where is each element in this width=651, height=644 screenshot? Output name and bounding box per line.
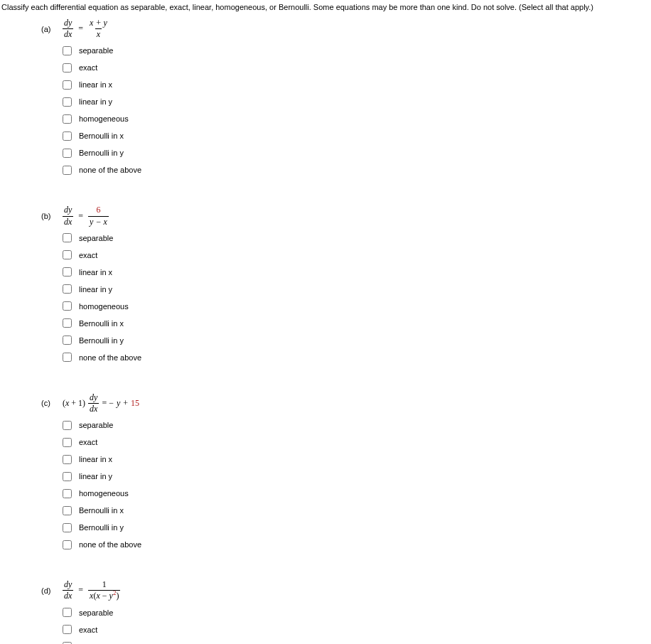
numerator: 1 [101,580,108,590]
option-exact[interactable]: exact [63,247,651,264]
checkbox-exact[interactable] [63,438,72,447]
option-separable[interactable]: separable [63,42,651,59]
checkbox-linear-x[interactable] [63,267,72,277]
option-label: separable [79,46,113,55]
constant: 15 [131,398,139,409]
problem-a-options: separable exact linear in x linear in y … [63,42,651,178]
checkbox-separable[interactable] [63,608,72,617]
numerator: dy [63,18,73,28]
checkbox-homogeneous[interactable] [63,489,72,498]
checkbox-bernoulli-x[interactable] [63,132,72,141]
checkbox-bernoulli-y[interactable] [63,336,72,345]
option-label: Bernoulli in y [79,149,124,157]
numerator: 6 [95,205,102,215]
option-separable[interactable]: separable [63,604,651,621]
problem-b-equation: dy dx = 6 y − x [63,204,109,227]
option-bernoulli-x[interactable]: Bernoulli in x [63,315,651,332]
denominator: y − x [88,216,109,227]
problem-a-label: (a) [41,25,63,33]
option-label: none of the above [79,540,141,549]
option-homogeneous[interactable]: homogeneous [63,110,651,127]
option-homogeneous[interactable]: homogeneous [63,298,651,315]
problems-container: (a) dy dx = x + y x separable exact line… [0,17,651,644]
problem-b: (b) dy dx = 6 y − x separable exact line… [41,204,651,365]
option-label: separable [79,608,113,617]
checkbox-none[interactable] [63,540,72,549]
checkbox-homogeneous[interactable] [63,301,72,311]
checkbox-none[interactable] [63,166,72,175]
fraction-dy-dx: dy dx [63,580,73,601]
option-label: none of the above [79,353,141,362]
option-bernoulli-x[interactable]: Bernoulli in x [63,127,651,144]
numerator: dy [63,205,73,215]
denominator: x [95,28,102,39]
checkbox-exact[interactable] [63,625,72,634]
option-label: Bernoulli in x [79,319,124,328]
option-separable[interactable]: separable [63,417,651,434]
option-bernoulli-y[interactable]: Bernoulli in y [63,332,651,349]
checkbox-bernoulli-y[interactable] [63,523,72,532]
equals-sign: = [76,211,85,222]
option-none[interactable]: none of the above [63,536,651,553]
checkbox-bernoulli-x[interactable] [63,506,72,515]
option-linear-x[interactable]: linear in x [63,76,651,93]
checkbox-linear-y[interactable] [63,284,72,294]
checkbox-none[interactable] [63,353,72,362]
option-linear-x[interactable]: linear in x [63,264,651,281]
numerator: x + y [88,18,109,28]
checkbox-linear-x[interactable] [63,455,72,464]
option-exact[interactable]: exact [63,621,651,638]
option-label: linear in y [79,472,112,481]
option-linear-y[interactable]: linear in y [63,281,651,298]
option-label: linear in x [79,80,112,89]
option-homogeneous[interactable]: homogeneous [63,485,651,502]
option-linear-x[interactable]: linear in x [63,451,651,468]
option-label: homogeneous [79,302,129,311]
problem-c-label: (c) [41,399,63,407]
option-none[interactable]: none of the above [63,349,651,366]
option-none[interactable]: none of the above [63,161,651,178]
denominator: dx [63,216,73,227]
option-label: Bernoulli in x [79,506,124,515]
option-bernoulli-x[interactable]: Bernoulli in x [63,502,651,519]
checkbox-homogeneous[interactable] [63,114,72,124]
problem-a: (a) dy dx = x + y x separable exact line… [41,17,651,178]
problem-c-options: separable exact linear in x linear in y … [63,417,651,553]
checkbox-separable[interactable] [63,233,72,242]
option-bernoulli-y[interactable]: Bernoulli in y [63,144,651,161]
option-label: Bernoulli in y [79,523,124,532]
checkbox-linear-y[interactable] [63,472,72,481]
option-linear-y[interactable]: linear in y [63,468,651,485]
checkbox-separable[interactable] [63,46,72,55]
checkbox-exact[interactable] [63,63,72,73]
checkbox-exact[interactable] [63,250,72,259]
problem-d-options: separable exact linear in x linear in y … [63,604,651,645]
checkbox-linear-x[interactable] [63,80,72,90]
option-separable[interactable]: separable [63,230,651,247]
option-exact[interactable]: exact [63,434,651,451]
checkbox-linear-y[interactable] [63,97,72,107]
option-label: Bernoulli in y [79,336,124,345]
option-linear-x[interactable]: linear in x [63,638,651,645]
problem-d-equation: dy dx = 1 x(x − y2) [63,579,120,602]
option-linear-y[interactable]: linear in y [63,93,651,110]
paren-open: (x + 1) [63,398,85,409]
option-label: linear in x [79,455,112,463]
option-exact[interactable]: exact [63,59,651,76]
option-label: none of the above [79,166,141,174]
checkbox-bernoulli-x[interactable] [63,318,72,328]
equals-sign: = [76,585,85,596]
option-label: linear in y [79,285,112,294]
y-term: y [117,398,120,409]
equals-neg: = − [102,398,114,409]
problem-d: (d) dy dx = 1 x(x − y2) separable exact … [41,579,651,644]
checkbox-separable[interactable] [63,421,72,430]
fraction-rhs: x + y x [88,18,109,39]
problem-c: (c) (x + 1) dy dx = −y + 15 separable ex… [41,392,651,553]
checkbox-bernoulli-y[interactable] [63,149,72,158]
option-label: exact [79,438,97,446]
denominator: dx [63,28,73,39]
option-bernoulli-y[interactable]: Bernoulli in y [63,519,651,536]
equals-sign: = [76,23,85,34]
option-label: separable [79,421,113,429]
